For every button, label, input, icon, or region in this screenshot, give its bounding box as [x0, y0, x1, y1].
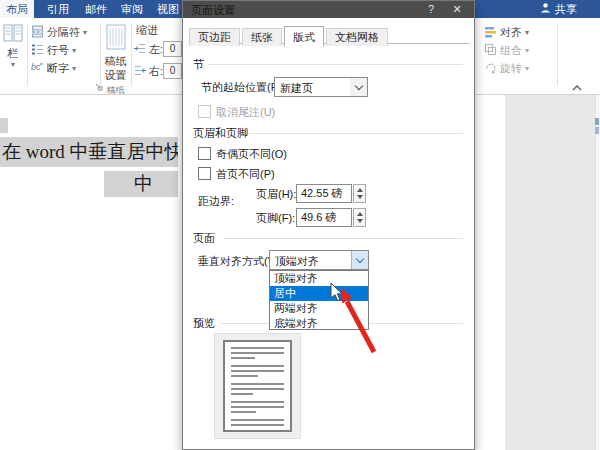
header-distance-label: 页眉(H):	[256, 187, 296, 202]
spin-down-icon[interactable]	[357, 219, 363, 223]
columns-label: 栏	[1, 46, 25, 60]
tab-references[interactable]: 引用	[40, 0, 76, 18]
columns-button[interactable]: 栏 ▾	[1, 24, 25, 69]
odd-even-checkbox[interactable]	[198, 147, 211, 160]
vertical-alignment-value: 顶端对齐	[275, 254, 319, 269]
preview-frame	[214, 333, 301, 439]
share-button[interactable]: 共享	[540, 0, 577, 18]
document-text-line2[interactable]: 中	[104, 171, 178, 197]
ribbon-divider	[100, 24, 101, 86]
breaks-icon	[31, 25, 44, 40]
vertical-alignment-combobox[interactable]: 顶端对齐	[269, 250, 369, 270]
align-label: 对齐	[500, 25, 522, 40]
line-numbers-button[interactable]: 行号 ▾	[31, 43, 76, 58]
hyphenation-icon: bc	[31, 61, 44, 76]
tab-view[interactable]: 视图	[150, 0, 186, 18]
align-button[interactable]: 对齐 ▾	[484, 25, 529, 40]
indent-right-icon	[134, 65, 146, 78]
spin-up-icon[interactable]	[357, 212, 363, 216]
preview-page-lines	[231, 347, 284, 426]
indent-right-input[interactable]: 0	[163, 63, 182, 79]
tab-mailings[interactable]: 邮件	[78, 0, 114, 18]
person-icon	[540, 0, 551, 18]
share-label: 共享	[555, 0, 577, 18]
document-background	[505, 95, 595, 450]
dialog-tab-strip: 页边距 纸张 版式 文档网格	[189, 25, 390, 46]
rotate-button[interactable]: 旋转 ▾	[484, 61, 529, 76]
breaks-label: 分隔符	[47, 25, 80, 40]
preview-page-thumbnail	[223, 340, 292, 432]
tab-margins[interactable]: 页边距	[189, 28, 240, 46]
spin-down-icon[interactable]	[357, 195, 363, 199]
tab-layout[interactable]: 布局	[0, 0, 34, 18]
section-start-label: 节的起始位置(R):	[201, 80, 285, 95]
group-button[interactable]: 组合 ▾	[484, 43, 529, 58]
dropdown-option-bottom[interactable]: 底端对齐	[270, 316, 368, 331]
paper-setup-button[interactable]: 稿纸 设置	[102, 24, 129, 82]
page-group-label: 页面	[193, 231, 215, 246]
help-button[interactable]: ?	[422, 2, 440, 17]
chevron-down-icon: ▾	[72, 64, 76, 73]
rotate-icon	[484, 61, 497, 76]
line-numbers-icon	[31, 43, 44, 58]
section-start-combobox[interactable]: 新建页	[274, 77, 368, 97]
combo-dropdown-button[interactable]	[351, 251, 368, 269]
dialog-title-bar[interactable]: 页面设置 ? ✕	[183, 1, 474, 18]
chevron-down-icon: ▾	[525, 28, 529, 37]
group-label: 组合	[500, 43, 522, 58]
chevron-down-icon: ▾	[72, 46, 76, 55]
indent-left-icon	[134, 43, 146, 56]
indent-left-input[interactable]: 0	[163, 41, 182, 57]
group-divider	[224, 238, 463, 239]
breaks-button[interactable]: 分隔符 ▾	[31, 25, 87, 40]
indent-group-title: 缩进	[136, 23, 158, 37]
tab-layout-dialog[interactable]: 版式	[284, 26, 324, 47]
ribbon-divider	[131, 24, 132, 86]
header-distance-input[interactable]: 42.55 磅	[296, 184, 352, 203]
footer-distance-spinner[interactable]	[353, 208, 366, 227]
tab-document-grid[interactable]: 文档网格	[326, 28, 388, 46]
dropdown-option-top[interactable]: 顶端对齐	[270, 271, 368, 286]
section-start-value: 新建页	[280, 81, 313, 96]
align-icon	[484, 25, 497, 40]
document-text-line1[interactable]: 在 word 中垂直居中快	[0, 137, 178, 167]
chevron-down-icon: ▾	[83, 28, 87, 37]
paper-setup-label-line2: 设置	[102, 68, 129, 82]
combo-dropdown-button[interactable]	[350, 78, 367, 96]
ribbon-divider	[557, 24, 558, 86]
suppress-endnotes-checkbox[interactable]	[198, 105, 211, 118]
chevron-down-icon: ▾	[525, 46, 529, 55]
section-group-label: 节	[193, 57, 204, 72]
spin-up-icon[interactable]	[357, 188, 363, 192]
hyphenation-label: 断字	[47, 61, 69, 76]
indent-left-label: 左:	[149, 42, 163, 57]
indent-right-label: 右:	[149, 64, 163, 79]
document-page-right[interactable]	[475, 95, 505, 450]
close-icon[interactable]: ✕	[448, 2, 466, 17]
rotate-label: 旋转	[500, 61, 522, 76]
scrollbar-mark	[595, 127, 599, 134]
text-selection-stub	[0, 118, 8, 133]
vertical-alignment-dropdown-list: 顶端对齐 居中 两端对齐 底端对齐	[269, 270, 369, 330]
line-numbers-label: 行号	[47, 43, 69, 58]
dropdown-option-center[interactable]: 居中	[270, 286, 368, 301]
group-objects-icon	[484, 43, 497, 58]
first-page-checkbox[interactable]	[198, 167, 211, 180]
vertical-scrollbar[interactable]	[595, 95, 600, 450]
scrollbar-mark	[595, 118, 599, 125]
chevron-down-icon	[356, 254, 364, 262]
paper-setup-icon	[106, 36, 126, 53]
footer-distance-label: 页脚(F):	[256, 211, 295, 226]
suppress-endnotes-label: 取消尾注(U)	[216, 105, 275, 120]
footer-distance-input[interactable]: 49.6 磅	[296, 208, 352, 227]
tab-paper[interactable]: 纸张	[242, 28, 282, 46]
group-divider	[208, 64, 463, 65]
collapse-ribbon-button[interactable]	[571, 78, 583, 96]
header-distance-spinner[interactable]	[353, 184, 366, 203]
header-footer-group-label: 页眉和页脚	[193, 126, 248, 141]
dropdown-option-justified[interactable]: 两端对齐	[270, 301, 368, 316]
paper-setup-label-line1: 稿纸	[102, 54, 129, 68]
columns-icon	[3, 28, 23, 45]
hyphenation-button[interactable]: bc 断字 ▾	[31, 61, 76, 76]
tab-review[interactable]: 审阅	[114, 0, 150, 18]
